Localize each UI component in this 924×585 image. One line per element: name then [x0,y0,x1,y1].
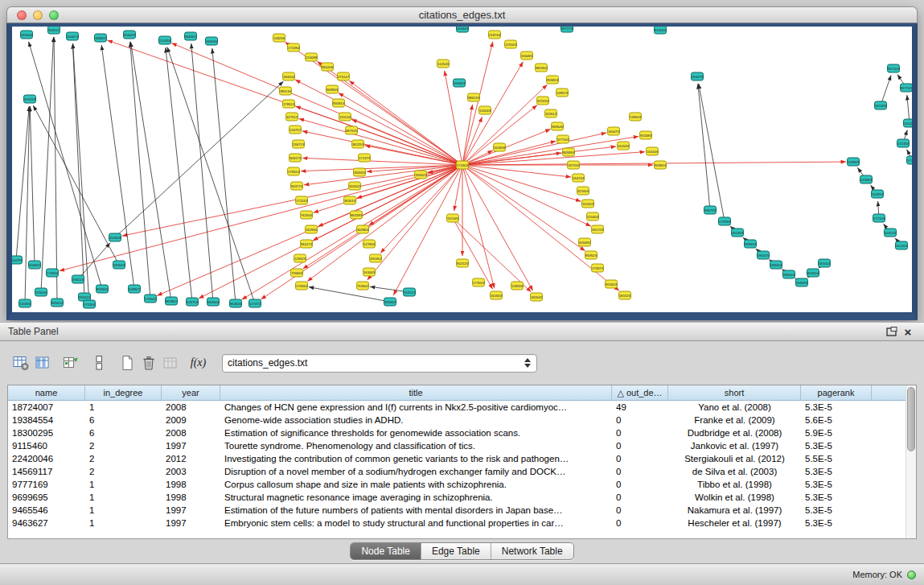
graph-edge[interactable] [462,133,606,165]
graph-edge[interactable] [130,42,171,301]
graph-edge[interactable] [699,84,725,221]
table-row[interactable]: 946362711997Embryonic stem cells: a mode… [8,517,906,529]
graph-edge[interactable] [462,165,533,290]
tab-node-table[interactable]: Node Table [351,543,421,559]
graph-node-label: 176542 [145,297,157,301]
tab-edge-table[interactable]: Edge Table [421,543,491,559]
import-table-button[interactable] [159,352,181,373]
table-row[interactable]: 977716911998Corpus callosum shape and si… [8,478,906,491]
graph-edge[interactable] [101,45,134,289]
row-options-button[interactable] [88,352,109,373]
graph-edge[interactable] [453,218,531,292]
show-columns-button[interactable] [31,352,53,373]
graph-edge[interactable] [881,76,891,105]
graph-edge[interactable] [167,47,255,303]
graph-edge[interactable] [295,106,462,165]
column-header-out_de[interactable]: △ out_de… [612,385,668,400]
graph-edge[interactable] [166,47,192,302]
table-row[interactable]: 1830029562008Estimation of significance … [8,426,906,439]
graph-node-label: 116365 [19,302,31,306]
cell-title: Estimation of significance thresholds fo… [220,426,612,439]
graph-edge[interactable] [462,165,581,201]
column-header-year[interactable]: year [162,385,220,400]
cell-title: Investigating the contribution of common… [220,452,612,465]
column-header-name[interactable]: name [8,385,85,400]
graph-node-label: 161843 [491,294,503,298]
graph-edge[interactable] [16,106,29,260]
table-selector-dropdown[interactable]: citations_edges.txt [222,354,537,373]
cell-pagerank: 5.3E-5 [801,517,872,529]
show-columns-icon [34,355,51,371]
graph-edge[interactable] [307,165,462,282]
graph-edge[interactable] [313,165,462,241]
create-column-button[interactable] [116,352,138,373]
graph-edge[interactable] [454,165,462,211]
cell-title: Disruption of a novel member of a sodium… [220,465,612,478]
graph-node-label: 128323 [294,257,306,261]
graph-node-label: 204674 [67,35,79,39]
graph-edge[interactable] [462,165,571,177]
desktop: citations_edges.txt 17240316554690351120… [0,0,924,585]
graph-edge[interactable] [393,165,462,295]
table-row[interactable]: 1872400712008Changes of HCN gene express… [8,401,906,414]
graph-edge[interactable] [462,62,523,165]
graph-edge[interactable] [54,37,57,303]
graph-edge[interactable] [30,106,35,265]
graph-edge[interactable] [462,136,639,165]
graph-node-label: 179373 [592,266,604,270]
float-panel-button[interactable] [884,324,900,339]
delete-column-button[interactable] [138,352,159,373]
graph-edge[interactable] [698,84,710,210]
graph-edge[interactable] [349,80,462,165]
cell-name: 14569117 [8,465,85,478]
graph-edge[interactable] [299,118,462,165]
graph-node-label: 252609 [109,236,121,240]
vertical-scrollbar[interactable] [906,385,916,538]
graph-edge[interactable] [309,287,390,302]
graph-node-label: 166409 [457,27,469,31]
graph-edge[interactable] [302,158,462,165]
graph-edge[interactable] [41,37,54,292]
graph-edge[interactable] [462,165,495,288]
graph-node-label: 762013 [404,290,416,295]
table-row[interactable]: 1938455462009Genome-wide association stu… [8,414,906,426]
graph-edge[interactable] [462,42,493,165]
column-header-short[interactable]: short [668,385,801,400]
graph-node-label: 206433 [124,33,136,37]
function-builder-button[interactable]: f(x) [187,352,209,373]
graph-edge[interactable] [130,42,150,299]
graph-edge[interactable] [295,80,462,165]
graph-edge[interactable] [462,165,591,226]
scrollbar-thumb[interactable] [907,387,915,451]
edit-columns-icon [62,355,80,371]
graph-node-label: 505492 [579,241,591,245]
tab-network-table[interactable]: Network Table [491,543,573,559]
table-row[interactable]: 1456911722003Disruption of a novel membe… [8,465,906,478]
table-row[interactable]: 946554611997Estimation of the future num… [8,504,906,517]
network-graph-canvas[interactable]: 1724031655469035112046741884232064332143… [12,27,912,312]
table-panel-title: Table Panel [8,326,59,337]
graph-edge[interactable] [462,105,537,165]
column-header-title[interactable]: title [220,385,612,400]
close-panel-button[interactable]: × [900,324,916,339]
graph-edge[interactable] [368,165,462,280]
graph-edge[interactable] [462,165,585,251]
graph-edge[interactable] [72,43,84,297]
column-header-pagerank[interactable]: pagerank [801,385,872,400]
cell-title: Estimation of the future numbers of pati… [220,504,612,517]
network-window: citations_edges.txt 17240316554690351120… [6,6,918,320]
graph-edge[interactable] [25,106,30,303]
edit-columns-button[interactable] [60,352,81,373]
column-header-in_degree[interactable]: in_degree [85,385,162,400]
window-titlebar[interactable]: citations_edges.txt [6,6,918,23]
graph-edge[interactable] [453,218,493,289]
table-row[interactable]: 911546021997Tourette syndrome. Phenomeno… [8,439,906,452]
table-row[interactable]: 969969511998Structural magnetic resonanc… [8,491,906,504]
graph-edge[interactable] [191,43,213,302]
table-row[interactable]: 2242004622012Investigating the contribut… [8,452,906,465]
cell-short: Franke et al. (2009) [668,414,801,426]
graph-edge[interactable] [212,48,236,303]
table-options-button[interactable] [10,352,31,373]
graph-node-label: 181525 [619,294,631,298]
graph-node-label: 172403 [457,163,469,167]
